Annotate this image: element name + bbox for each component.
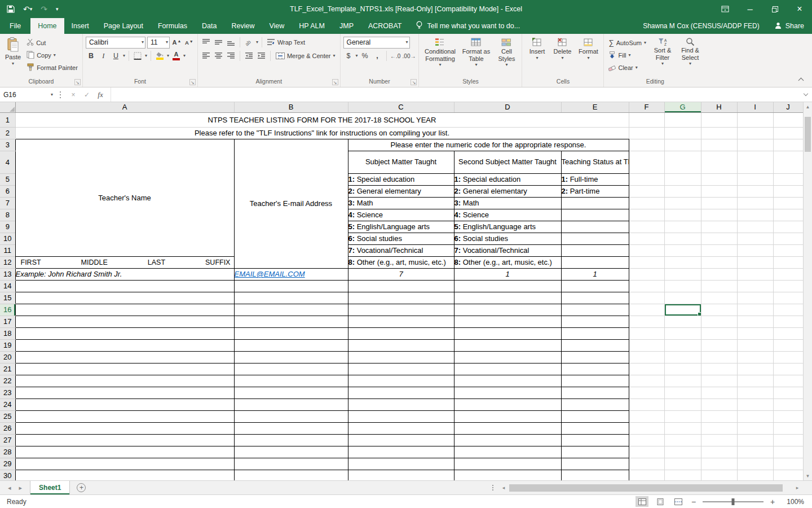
undo-icon[interactable]: ↶▾ bbox=[23, 5, 32, 13]
cell-D28[interactable] bbox=[454, 446, 561, 458]
orientation-button[interactable]: ab bbox=[244, 37, 254, 48]
name-box[interactable]: G16 ▾ bbox=[0, 87, 56, 102]
sheet-nav-left-icon[interactable]: ◂ bbox=[8, 484, 11, 492]
italic-button[interactable]: I bbox=[98, 50, 109, 62]
cell-B19[interactable] bbox=[234, 339, 348, 351]
cell-G2[interactable] bbox=[664, 127, 701, 139]
cell-D26[interactable] bbox=[454, 422, 561, 434]
example-subject-cell[interactable]: 7 bbox=[348, 268, 454, 280]
cell-F12[interactable] bbox=[629, 256, 664, 268]
cell-F6[interactable] bbox=[629, 185, 664, 197]
cell-G4[interactable] bbox=[664, 151, 701, 173]
account-name[interactable]: Shawna M Cox (CENSUS/ADDP FED) bbox=[636, 18, 766, 34]
row-header-21[interactable]: 21 bbox=[0, 363, 15, 375]
cell-G14[interactable] bbox=[664, 280, 701, 292]
cell-F10[interactable] bbox=[629, 233, 664, 244]
cell-F28[interactable] bbox=[629, 446, 664, 458]
cell-G3[interactable] bbox=[664, 139, 701, 151]
cell-F20[interactable] bbox=[629, 351, 664, 363]
font-name-select[interactable]: Calibri ▾ bbox=[86, 37, 145, 49]
cell-B22[interactable] bbox=[234, 375, 348, 387]
cell-J16[interactable] bbox=[773, 304, 803, 316]
cell-D14[interactable] bbox=[454, 280, 561, 292]
cell-E30[interactable] bbox=[561, 470, 629, 480]
format-cells-button[interactable]: Format ▾ bbox=[576, 36, 601, 77]
bold-button[interactable]: B bbox=[86, 50, 96, 62]
tell-me-box[interactable]: Tell me what you want to do... bbox=[409, 18, 527, 34]
cell-H4[interactable] bbox=[701, 151, 737, 173]
cell-F25[interactable] bbox=[629, 410, 664, 422]
cell-G18[interactable] bbox=[664, 327, 701, 339]
row-header-6[interactable]: 6 bbox=[0, 185, 15, 197]
second-subject-code-cell-2[interactable]: 2: General elementary bbox=[454, 185, 561, 197]
cut-button[interactable]: Cut bbox=[25, 37, 80, 49]
cell-I22[interactable] bbox=[737, 375, 773, 387]
ribbon-display-options-icon[interactable] bbox=[713, 0, 738, 18]
cell-G24[interactable] bbox=[664, 398, 701, 410]
formula-bar-expand-button[interactable] bbox=[800, 94, 812, 95]
cell-H3[interactable] bbox=[701, 139, 737, 151]
cell-C14[interactable] bbox=[348, 280, 454, 292]
cell-F21[interactable] bbox=[629, 363, 664, 375]
format-as-table-button[interactable]: Format as Table ▾ bbox=[460, 36, 492, 77]
row-header-20[interactable]: 20 bbox=[0, 351, 15, 363]
cell-G5[interactable] bbox=[664, 173, 701, 185]
row-header-24[interactable]: 24 bbox=[0, 398, 15, 410]
row-header-9[interactable]: 9 bbox=[0, 221, 15, 233]
comma-style-button[interactable]: , bbox=[372, 50, 383, 62]
column-header-J[interactable]: J bbox=[773, 102, 803, 112]
vertical-scrollbar[interactable]: ▲ ▼ bbox=[803, 102, 812, 480]
insert-function-button[interactable]: fx bbox=[94, 90, 107, 99]
cell-E22[interactable] bbox=[561, 375, 629, 387]
cell-J28[interactable] bbox=[773, 446, 803, 458]
cell-C17[interactable] bbox=[348, 316, 454, 327]
cell-I2[interactable] bbox=[737, 127, 773, 139]
cell-E12[interactable] bbox=[561, 256, 629, 268]
cell-I17[interactable] bbox=[737, 316, 773, 327]
tab-view[interactable]: View bbox=[262, 18, 292, 34]
font-color-button[interactable]: A bbox=[171, 50, 182, 62]
cell-D30[interactable] bbox=[454, 470, 561, 480]
cell-J7[interactable] bbox=[773, 197, 803, 209]
cell-F4[interactable] bbox=[629, 151, 664, 173]
find-select-button[interactable]: Find & Select ▾ bbox=[677, 36, 703, 77]
cell-A29[interactable] bbox=[15, 458, 234, 470]
cell-C25[interactable] bbox=[348, 410, 454, 422]
cell-I30[interactable] bbox=[737, 470, 773, 480]
tab-home[interactable]: Home bbox=[30, 18, 64, 34]
close-icon[interactable]: × bbox=[787, 0, 812, 18]
tab-jmp[interactable]: JMP bbox=[332, 18, 361, 34]
cell-J26[interactable] bbox=[773, 422, 803, 434]
scroll-right-icon[interactable]: ▸ bbox=[793, 485, 802, 491]
cell-C24[interactable] bbox=[348, 398, 454, 410]
tab-hp-alm[interactable]: HP ALM bbox=[292, 18, 332, 34]
fill-button[interactable]: Fill ▾ bbox=[607, 49, 648, 61]
status-code-cell-1[interactable]: 1: Full-time bbox=[561, 173, 629, 185]
scroll-up-icon[interactable]: ▲ bbox=[804, 102, 812, 111]
cell-H11[interactable] bbox=[701, 244, 737, 256]
cell-B28[interactable] bbox=[234, 446, 348, 458]
cell-E21[interactable] bbox=[561, 363, 629, 375]
cell-A27[interactable] bbox=[15, 434, 234, 446]
cell-I12[interactable] bbox=[737, 256, 773, 268]
cell-J4[interactable] bbox=[773, 151, 803, 173]
cell-C15[interactable] bbox=[348, 292, 454, 304]
cell-A18[interactable] bbox=[15, 327, 234, 339]
column-header-A[interactable]: A bbox=[15, 102, 234, 112]
zoom-level[interactable]: 100% bbox=[782, 498, 804, 506]
cell-C22[interactable] bbox=[348, 375, 454, 387]
second-subject-code-cell-5[interactable]: 5: English/Language arts bbox=[454, 221, 561, 233]
row-header-28[interactable]: 28 bbox=[0, 446, 15, 458]
sheet-nav-right-icon[interactable]: ▸ bbox=[19, 484, 23, 492]
row-header-16[interactable]: 16 bbox=[0, 304, 15, 316]
save-icon[interactable] bbox=[7, 5, 15, 13]
cell-J25[interactable] bbox=[773, 410, 803, 422]
cell-H2[interactable] bbox=[701, 127, 737, 139]
cell-C19[interactable] bbox=[348, 339, 454, 351]
cell-I21[interactable] bbox=[737, 363, 773, 375]
cell-B24[interactable] bbox=[234, 398, 348, 410]
cell-C21[interactable] bbox=[348, 363, 454, 375]
horizontal-scrollbar[interactable]: ◂ ▸ bbox=[499, 481, 802, 494]
cell-D15[interactable] bbox=[454, 292, 561, 304]
cell-B25[interactable] bbox=[234, 410, 348, 422]
